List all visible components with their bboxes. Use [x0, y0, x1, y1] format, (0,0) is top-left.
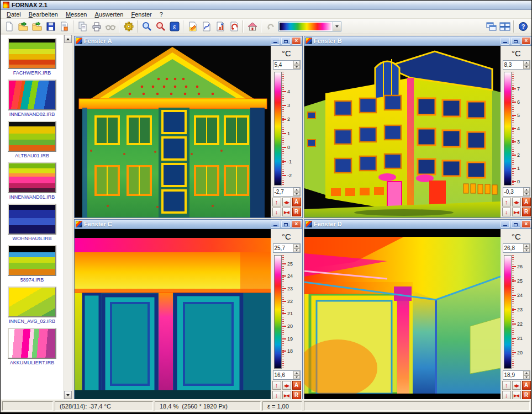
- settings-button[interactable]: [122, 19, 135, 33]
- list-item[interactable]: AKKUMULIERT.IRB: [1, 328, 64, 365]
- shift-scale-down-button[interactable]: ↓: [502, 208, 511, 216]
- shift-scale-down-button[interactable]: ↓: [272, 208, 281, 216]
- thumbnail-innen-avg-02[interactable]: [8, 286, 56, 317]
- temperature-gradient-bar[interactable]: [274, 255, 282, 369]
- spin-up-button[interactable]: [293, 371, 300, 375]
- expand-scale-button[interactable]: ◀▶: [282, 198, 291, 206]
- reset-scale-button[interactable]: R: [522, 208, 531, 216]
- spin-down-button[interactable]: [293, 248, 300, 253]
- child-window-b-titlebar[interactable]: Fenster B ×: [304, 36, 531, 46]
- spin-up-button[interactable]: [523, 244, 530, 248]
- shift-scale-down-button[interactable]: ↓: [272, 391, 281, 399]
- list-item[interactable]: WOHNHAUS.IRB: [1, 204, 64, 241]
- minimize-button[interactable]: [501, 37, 510, 45]
- window-titlebar[interactable]: FORNAX 2.1: [1, 1, 531, 10]
- menu-messen[interactable]: Messen: [62, 10, 91, 18]
- child-window-c-titlebar[interactable]: Fenster C ×: [75, 220, 302, 229]
- scale-min-spinbox[interactable]: 16,6: [273, 370, 301, 380]
- thumbnail-akkumuliert[interactable]: [8, 328, 56, 359]
- spin-down-button[interactable]: [293, 65, 300, 70]
- scale-max-spinbox[interactable]: 25,7: [273, 243, 301, 253]
- copy-button[interactable]: [76, 19, 89, 33]
- menu-auswerten[interactable]: Auswerten: [91, 10, 127, 18]
- spin-down-button[interactable]: [293, 375, 300, 380]
- restore-button[interactable]: [281, 37, 291, 45]
- print-button[interactable]: [89, 19, 103, 33]
- scale-max-spinbox[interactable]: 8,3: [503, 60, 530, 70]
- close-button[interactable]: ×: [292, 220, 301, 228]
- spin-up-button[interactable]: [293, 61, 300, 65]
- tile-windows-button[interactable]: [498, 19, 512, 33]
- reset-scale-button[interactable]: R: [292, 391, 301, 399]
- expand-scale-button[interactable]: ◀▶: [282, 381, 291, 390]
- sidebar-scrollbar[interactable]: [64, 35, 72, 399]
- new-document-button[interactable]: [2, 19, 16, 33]
- profile-curve-button[interactable]: [199, 19, 213, 33]
- thermal-image-d[interactable]: [304, 229, 501, 399]
- close-button[interactable]: ×: [522, 220, 531, 228]
- auto-scale-button[interactable]: A: [292, 198, 301, 206]
- thumbnail-innenwand01[interactable]: [8, 162, 56, 193]
- export-glasses-button[interactable]: [103, 19, 117, 33]
- open-folder-button[interactable]: [30, 19, 44, 33]
- help-button[interactable]: ?: [516, 19, 530, 33]
- close-button[interactable]: ×: [522, 37, 531, 45]
- expand-scale-button[interactable]: ◀▶: [512, 198, 521, 206]
- image-edit-button[interactable]: [186, 19, 199, 33]
- menu-help[interactable]: ?: [156, 10, 167, 18]
- shift-scale-up-button[interactable]: ↑: [502, 381, 511, 390]
- close-button[interactable]: ×: [292, 37, 301, 45]
- list-item[interactable]: 58974.IRB: [1, 245, 64, 283]
- minimize-button[interactable]: [271, 37, 280, 45]
- thumbnail-fachwerk[interactable]: [8, 38, 56, 69]
- restore-button[interactable]: [511, 37, 520, 45]
- thumbnail-altbau01[interactable]: [8, 121, 56, 152]
- shift-scale-up-button[interactable]: ↑: [502, 198, 511, 206]
- shift-scale-up-button[interactable]: ↑: [272, 198, 281, 206]
- expand-scale-button[interactable]: ◀▶: [512, 381, 521, 390]
- scroll-down-button[interactable]: [64, 391, 72, 399]
- cascade-windows-button[interactable]: [484, 19, 498, 33]
- reset-scale-button[interactable]: R: [292, 208, 301, 216]
- child-window-a-titlebar[interactable]: Fenster A ×: [75, 36, 302, 46]
- temperature-gradient-bar[interactable]: [504, 255, 512, 369]
- list-item[interactable]: ALTBAU01.IRB: [1, 121, 64, 158]
- zoom-in-button[interactable]: [140, 19, 154, 33]
- child-window-d-titlebar[interactable]: Fenster D ×: [304, 220, 531, 229]
- zoom-out-button[interactable]: [154, 19, 167, 33]
- spin-up-button[interactable]: [523, 371, 530, 375]
- spin-up-button[interactable]: [523, 61, 530, 65]
- reset-scale-button[interactable]: R: [522, 391, 531, 399]
- scale-max-spinbox[interactable]: 26,8: [503, 243, 530, 253]
- palette-select[interactable]: [278, 22, 341, 31]
- thermal-image-a[interactable]: [75, 46, 271, 217]
- temperature-gradient-bar[interactable]: [274, 72, 282, 185]
- shift-scale-up-button[interactable]: ↑: [272, 381, 281, 390]
- emissivity-button[interactable]: ε: [167, 19, 181, 33]
- menu-bearbeiten[interactable]: Bearbeiten: [25, 10, 62, 18]
- building-analysis-button[interactable]: [245, 19, 259, 33]
- spin-down-button[interactable]: [523, 65, 530, 70]
- shift-scale-down-button[interactable]: ↓: [502, 391, 511, 399]
- list-item[interactable]: INNENWAND01.IRB: [1, 162, 64, 200]
- save-button[interactable]: [44, 19, 57, 33]
- menu-fenster[interactable]: Fenster: [127, 10, 155, 18]
- list-item[interactable]: INNEN_AVG_02.IRB: [1, 286, 64, 324]
- scale-max-spinbox[interactable]: 5,4: [273, 60, 301, 70]
- auto-scale-button[interactable]: A: [522, 381, 531, 390]
- palette-dropdown-button[interactable]: [333, 22, 341, 31]
- auto-scale-button[interactable]: A: [522, 198, 531, 206]
- menu-datei[interactable]: Datei: [3, 10, 25, 18]
- spin-down-button[interactable]: [293, 192, 300, 197]
- page-preview-button[interactable]: [57, 19, 71, 33]
- spin-down-button[interactable]: [523, 192, 530, 197]
- auto-scale-button[interactable]: A: [292, 381, 301, 390]
- list-item[interactable]: FACHWERK.IRB: [1, 38, 64, 76]
- scale-min-spinbox[interactable]: -0,3: [503, 187, 530, 197]
- open-file-button[interactable]: [16, 19, 30, 33]
- scroll-up-button[interactable]: [64, 35, 72, 43]
- thermal-image-b[interactable]: [304, 46, 501, 217]
- rotate-disabled-button[interactable]: [264, 19, 277, 33]
- histogram-button[interactable]: [213, 19, 227, 33]
- spin-up-button[interactable]: [293, 244, 300, 248]
